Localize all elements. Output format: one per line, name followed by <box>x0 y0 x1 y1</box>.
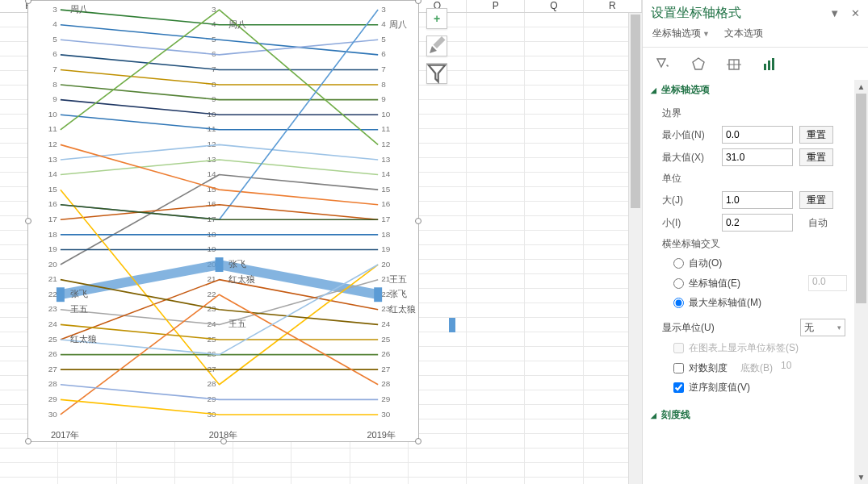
resize-handle[interactable] <box>25 218 31 224</box>
cross-value-radio[interactable] <box>673 278 684 289</box>
major-unit-input[interactable] <box>722 191 793 209</box>
major-unit-label: 大(J) <box>662 194 715 207</box>
svg-text:12: 12 <box>381 140 391 148</box>
chart-add-element-button[interactable]: + <box>426 8 447 29</box>
scrollbar-thumb[interactable] <box>631 15 640 208</box>
svg-text:26: 26 <box>48 349 58 358</box>
svg-text:18: 18 <box>48 230 58 239</box>
min-input[interactable] <box>722 126 793 144</box>
fill-line-icon[interactable] <box>654 56 672 73</box>
resize-handle[interactable] <box>415 438 421 444</box>
svg-text:18: 18 <box>207 230 216 239</box>
section-tick-marks[interactable]: ◢刻度线 <box>651 405 865 425</box>
svg-text:28: 28 <box>207 379 216 388</box>
resize-handle[interactable] <box>25 0 31 4</box>
svg-text:13: 13 <box>207 155 216 164</box>
svg-rect-84 <box>57 287 65 302</box>
svg-text:5: 5 <box>52 35 57 44</box>
svg-marker-99 <box>693 58 704 69</box>
svg-text:9: 9 <box>381 94 386 103</box>
svg-text:6: 6 <box>381 49 386 58</box>
max-label: 最大值(X) <box>662 151 715 165</box>
svg-text:16: 16 <box>381 199 391 208</box>
svg-text:24: 24 <box>381 319 391 328</box>
svg-text:19: 19 <box>48 244 58 253</box>
svg-text:30: 30 <box>381 410 391 419</box>
max-input[interactable] <box>722 148 793 166</box>
svg-text:10: 10 <box>48 110 58 119</box>
log-scale-checkbox[interactable] <box>673 363 684 373</box>
svg-text:12: 12 <box>48 140 58 148</box>
minor-unit-label: 小(I) <box>662 216 715 230</box>
pane-title: 设置坐标轴格式 <box>651 5 741 22</box>
minor-unit-input[interactable] <box>722 214 793 232</box>
svg-text:21: 21 <box>48 274 58 283</box>
cross-label: 横坐标轴交叉 <box>662 234 865 254</box>
svg-text:19: 19 <box>207 244 216 253</box>
svg-text:27: 27 <box>48 365 58 373</box>
svg-text:16: 16 <box>207 199 216 208</box>
svg-text:26: 26 <box>381 349 391 358</box>
chart-plot[interactable]: 3334445556667778889991010101111111212121… <box>36 4 410 425</box>
min-reset-button[interactable]: 重置 <box>799 126 833 144</box>
max-reset-button[interactable]: 重置 <box>799 148 833 166</box>
pane-close-icon[interactable]: ✕ <box>851 7 860 19</box>
svg-text:17: 17 <box>48 215 58 223</box>
tab-text-options[interactable]: 文本选项 <box>724 27 763 40</box>
pane-scrollbar[interactable]: ▲ ▼ <box>854 80 868 484</box>
worksheet-area[interactable]: HIJKLMNOPQR 3334445556667778889991010101… <box>0 0 642 484</box>
svg-text:25: 25 <box>381 335 391 344</box>
vertical-scrollbar[interactable] <box>628 13 642 484</box>
scroll-down-icon[interactable]: ▼ <box>854 470 868 484</box>
svg-text:10: 10 <box>381 110 391 119</box>
format-mode-icons <box>643 48 868 80</box>
svg-text:周八: 周八 <box>70 4 88 14</box>
svg-text:6: 6 <box>52 49 57 58</box>
svg-text:16: 16 <box>48 199 58 208</box>
tab-axis-options[interactable]: 坐标轴选项▼ <box>652 27 710 40</box>
chart-object[interactable]: 3334445556667778889991010101111111212121… <box>27 0 419 442</box>
svg-text:12: 12 <box>207 140 216 148</box>
svg-text:红太狼: 红太狼 <box>389 304 416 314</box>
scrollbar-thumb[interactable] <box>856 94 866 303</box>
svg-text:14: 14 <box>48 169 58 178</box>
resize-handle[interactable] <box>25 438 31 444</box>
svg-text:5: 5 <box>381 35 386 44</box>
cross-auto-radio[interactable] <box>673 258 684 269</box>
svg-text:张飞: 张飞 <box>70 289 88 298</box>
major-reset-button[interactable]: 重置 <box>799 191 833 209</box>
size-properties-icon[interactable] <box>725 56 743 73</box>
svg-text:红太狼: 红太狼 <box>70 334 97 344</box>
svg-text:13: 13 <box>381 155 391 164</box>
minor-auto-label: 自动 <box>799 216 837 230</box>
svg-text:红太狼: 红太狼 <box>229 274 255 284</box>
svg-text:15: 15 <box>381 185 391 194</box>
bounds-label: 边界 <box>662 103 865 123</box>
svg-rect-107 <box>772 58 774 70</box>
svg-text:27: 27 <box>381 365 391 373</box>
svg-text:王五: 王五 <box>70 304 88 314</box>
svg-rect-85 <box>216 257 224 272</box>
svg-text:8: 8 <box>52 80 57 89</box>
reverse-order-checkbox[interactable] <box>673 382 684 393</box>
cross-max-radio[interactable] <box>673 298 684 308</box>
section-axis-options[interactable]: ◢坐标轴选项 <box>651 80 865 100</box>
svg-text:29: 29 <box>48 394 58 403</box>
log-base-input: 10 <box>778 360 816 376</box>
resize-handle[interactable] <box>415 218 421 224</box>
chart-style-button[interactable] <box>426 35 447 56</box>
scroll-up-icon[interactable]: ▲ <box>854 80 868 94</box>
chart-filter-button[interactable] <box>426 63 447 84</box>
x-axis-labels: 2017年2018年2019年 <box>36 429 410 441</box>
effects-icon[interactable] <box>690 56 707 73</box>
axis-options-icon[interactable] <box>761 56 778 73</box>
svg-text:周八: 周八 <box>229 19 246 29</box>
pane-dropdown-icon[interactable]: ▼ <box>829 7 840 19</box>
svg-rect-86 <box>374 287 382 302</box>
display-unit-select[interactable]: 无▾ <box>800 319 845 336</box>
svg-text:14: 14 <box>381 169 391 178</box>
svg-text:8: 8 <box>381 80 386 89</box>
svg-text:11: 11 <box>381 124 391 133</box>
svg-rect-105 <box>764 64 766 70</box>
svg-text:3: 3 <box>381 5 386 14</box>
